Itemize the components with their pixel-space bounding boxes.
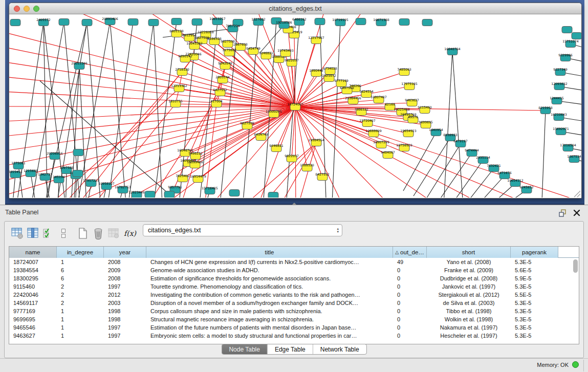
table-settings-icon[interactable] (10, 226, 25, 240)
table-panel: Table Panel (0, 205, 588, 372)
table-row[interactable]: 2242004622012Investigating the contribut… (9, 291, 579, 299)
table-row[interactable]: 1830029562008Estimation of significance … (9, 274, 579, 282)
graph-node-label: 12923448 (128, 190, 145, 194)
column-header-pagerank[interactable]: pagerank (511, 247, 558, 258)
table-cell: Changes of HCN gene expression and I(f) … (146, 258, 393, 266)
graph-node-label: 417004 (210, 99, 223, 103)
column-header-title[interactable]: title (146, 247, 393, 258)
resize-grip-icon[interactable] (574, 191, 580, 197)
table-cell: 2 (57, 291, 104, 299)
table-row[interactable]: 969969511998Structural magnetic resonanc… (9, 315, 579, 323)
table-cell: Embryonic stem cells: a model to study s… (146, 332, 393, 340)
table-cell: Dudbridge et al. (2008) (427, 274, 511, 282)
splitter-handle-icon[interactable] (292, 203, 296, 205)
function-builder-icon[interactable]: f(x) (121, 226, 139, 240)
close-panel-icon[interactable] (573, 209, 581, 217)
table-toolbar: f(x) (10, 225, 139, 242)
table-cell: 2003 (104, 299, 146, 307)
graph-edge (43, 23, 48, 198)
column-header-short[interactable]: short (427, 247, 511, 258)
table-cell: 0 (393, 307, 427, 315)
tab-network-table[interactable]: Network Table (313, 344, 366, 354)
graph-node[interactable] (422, 19, 432, 26)
graph-node-label: 9242848 (218, 61, 232, 65)
graph-node-label: 18300295 (266, 110, 282, 113)
table-cell: 5.3E-5 (511, 315, 558, 323)
graph-node[interactable] (10, 19, 20, 26)
table-row[interactable]: 977716911998Corpus callosum shape and si… (9, 307, 579, 315)
graph-node[interactable] (73, 149, 83, 156)
graph-node[interactable] (562, 27, 572, 33)
graph-node[interactable] (192, 19, 202, 26)
graph-node[interactable] (82, 19, 92, 26)
graph-edge (9, 106, 295, 107)
graph-node[interactable] (171, 18, 182, 25)
table-row[interactable]: 946362711997Embryonic stem cells: a mode… (9, 332, 579, 340)
graph-edge (403, 133, 436, 191)
tab-edge-table[interactable]: Edge Table (268, 344, 313, 354)
table-cell: Stergiakouli et al. (2012) (427, 291, 511, 299)
network-window-titlebar[interactable]: citations_edges.txt (9, 3, 581, 14)
table-row[interactable]: 1872400712008Changes of HCN gene express… (9, 258, 579, 266)
graph-node-label: 8454749 (246, 47, 260, 50)
table-header-row: namein_degreeyeartitle△out_de…shortpager… (9, 247, 579, 258)
column-header-name[interactable]: name (9, 247, 57, 258)
table-row[interactable]: 1456911722003Disruption of a novel membe… (9, 299, 579, 307)
graph-node[interactable] (315, 18, 325, 25)
select-all-rows-icon[interactable] (40, 226, 56, 240)
scrollbar-thumb[interactable] (573, 259, 578, 273)
graph-node-label: 9146821 (259, 51, 273, 55)
graph-node-label: 9146821 (269, 144, 284, 147)
table-cell: 0 (393, 332, 427, 340)
graph-node-label: 12217987 (308, 36, 324, 39)
table-cell: 2012 (104, 291, 146, 299)
table-selector-dropdown[interactable]: citations_edges.txt ▴▾ (143, 224, 342, 236)
graph-node-label: 6479197 (453, 139, 468, 143)
table-scrollbar[interactable] (573, 259, 578, 341)
graph-node-label: 1921072 (322, 74, 336, 77)
graph-node-label: 8471676 (497, 171, 512, 174)
graph-node-label: 145194 (53, 175, 65, 179)
graph-node[interactable] (572, 33, 581, 39)
graph-node-label: 8427552 (315, 172, 330, 176)
clear-selection-icon[interactable] (56, 226, 71, 240)
graph-node[interactable] (399, 19, 409, 26)
network-graph-svg[interactable]: 1872400786011288912954182260589827509105… (9, 14, 581, 198)
graph-node-label: 1640954 (429, 128, 443, 132)
graph-node-label: 9777169 (334, 79, 349, 82)
float-panel-icon[interactable] (558, 209, 567, 217)
graph-node[interactable] (73, 170, 83, 177)
select-column-icon[interactable] (25, 226, 40, 240)
table-row[interactable]: 1938455462009Genome-wide association stu… (9, 266, 579, 274)
table-row[interactable]: 911546021997Tourette syndrome. Phenomeno… (9, 282, 579, 291)
network-canvas[interactable]: 1872400786011288912954182260589827509105… (9, 14, 581, 198)
graph-node[interactable] (128, 19, 138, 26)
column-header-year[interactable]: year (104, 247, 146, 258)
new-table-icon[interactable] (75, 226, 91, 240)
tab-node-table[interactable]: Node Table (222, 344, 268, 354)
table-cell: 1997 (104, 323, 146, 332)
table-cell: 1997 (104, 332, 146, 340)
graph-node[interactable] (164, 191, 175, 198)
memory-ok-icon[interactable] (572, 361, 579, 368)
graph-node[interactable] (229, 190, 239, 196)
graph-node[interactable] (268, 192, 278, 198)
graph-node[interactable] (148, 19, 159, 26)
delete-table-icon[interactable] (91, 226, 106, 240)
column-header-out_de[interactable]: △out_de… (393, 247, 427, 258)
table-row[interactable]: 946554611997Estimation of the future num… (9, 323, 579, 332)
graph-node-label: 9474444 (465, 148, 479, 152)
graph-node-label: 9115460 (418, 105, 432, 109)
graph-edge (295, 107, 296, 198)
graph-edge (295, 14, 367, 107)
graph-edge (435, 153, 472, 198)
graph-node[interactable] (356, 18, 366, 25)
graph-node[interactable] (145, 191, 155, 198)
graph-node-label: 3097588 (59, 166, 74, 169)
graph-edge (295, 107, 581, 198)
graph-node-label: 20053346 (71, 61, 88, 65)
table-cell: 49 (393, 258, 427, 266)
column-header-in_degree[interactable]: in_degree (57, 247, 104, 258)
graph-node[interactable] (59, 19, 69, 26)
table-cell: 5.3E-5 (511, 299, 558, 307)
